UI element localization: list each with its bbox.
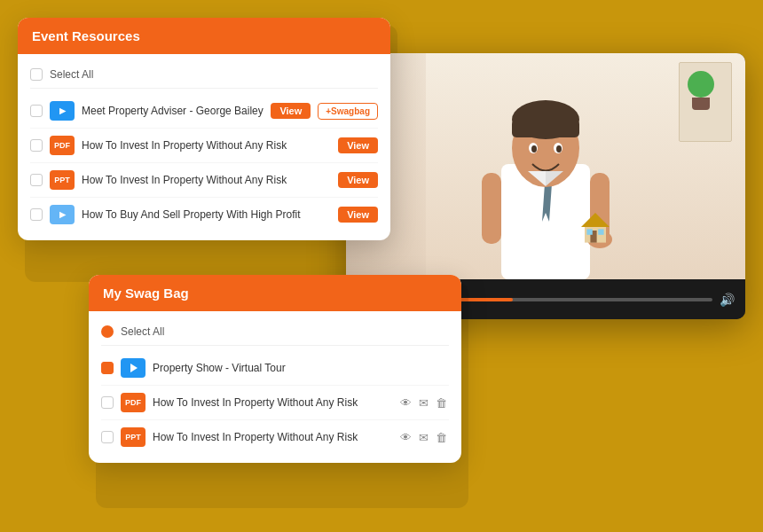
swagbag-actions-2: 👁 ✉ 🗑: [398, 396, 449, 410]
resource-checkbox-1[interactable]: [30, 105, 43, 117]
resource-row-3: PPT How To Invest In Property Without An…: [30, 163, 378, 198]
svg-point-7: [531, 145, 537, 153]
svg-rect-17: [586, 229, 592, 234]
svg-rect-18: [598, 229, 603, 234]
swagbag-item-title-2: How To Invest In Property Without Any Ri…: [153, 396, 391, 409]
swagbag-select-all-row[interactable]: Select All: [101, 320, 449, 346]
swagbag-checkbox-3[interactable]: [101, 431, 114, 443]
resource-type-icon-3: PPT: [50, 170, 75, 190]
volume-icon[interactable]: 🔊: [720, 293, 735, 307]
swagbag-type-icon-3: PPT: [121, 427, 146, 447]
resource-checkbox-4[interactable]: [30, 208, 43, 221]
resource-row-1: ▶ Meet Property Adviser - George Bailey …: [30, 94, 378, 129]
man-svg: [448, 75, 643, 279]
view-icon-3[interactable]: 👁: [398, 431, 413, 444]
swagbag-row-3: PPT How To Invest In Property Without An…: [101, 420, 449, 454]
event-resources-card: Event Resources Select All ▶ Meet Proper…: [18, 18, 390, 240]
swagbag-row-1: Property Show - Virtual Tour: [101, 351, 449, 386]
video-image: [346, 53, 745, 279]
man-container: [382, 66, 710, 279]
swagbag-item-title-1: Property Show - Virtual Tour: [153, 362, 449, 374]
event-resources-title: Event Resources: [32, 28, 140, 43]
resource-checkbox-2[interactable]: [30, 139, 43, 152]
resource-row-4: ▶ How To Buy And Sell Property With High…: [30, 198, 378, 231]
resource-checkbox-3[interactable]: [30, 174, 43, 186]
resource-type-icon-4: ▶: [50, 205, 75, 224]
swagbag-row-2: PDF How To Invest In Property Without An…: [101, 386, 449, 420]
resource-actions-4: View: [338, 207, 378, 223]
swagbag-select-all-label: Select All: [121, 325, 164, 338]
swagbag-body: Select All Property Show - Virtual Tour …: [89, 311, 461, 463]
resource-title-3: How To Invest In Property Without Any Ri…: [82, 174, 331, 186]
resource-title-4: How To Buy And Sell Property With High P…: [82, 208, 331, 221]
mail-icon-2[interactable]: ✉: [417, 396, 430, 410]
swagbag-actions-3: 👁 ✉ 🗑: [398, 431, 449, 444]
progress-bar[interactable]: [446, 298, 712, 301]
event-resources-body: Select All ▶ Meet Property Adviser - Geo…: [18, 54, 390, 240]
select-all-checkbox[interactable]: [30, 68, 43, 81]
view-button-2[interactable]: View: [338, 137, 378, 153]
view-icon-2[interactable]: 👁: [398, 396, 413, 410]
swagbag-checkbox-2[interactable]: [101, 396, 114, 409]
view-button-3[interactable]: View: [338, 172, 378, 188]
swagbag-title: My Swag Bag: [103, 286, 189, 301]
swagbag-button-1[interactable]: +Swagbag: [318, 103, 378, 120]
swagbag-header: My Swag Bag: [89, 275, 461, 311]
swagbag-select-all-indicator: [101, 325, 114, 338]
resource-title-2: How To Invest In Property Without Any Ri…: [82, 139, 331, 152]
resource-type-icon-1: ▶: [50, 101, 75, 121]
swagbag-item-title-3: How To Invest In Property Without Any Ri…: [153, 431, 391, 443]
svg-rect-4: [512, 120, 579, 137]
resource-title-1: Meet Property Adviser - George Bailey: [82, 105, 264, 117]
swagbag-card: My Swag Bag Select All Property Show - V…: [89, 275, 461, 463]
resource-actions-2: View: [338, 137, 378, 153]
resource-type-icon-2: PDF: [50, 136, 75, 155]
mail-icon-3[interactable]: ✉: [417, 431, 430, 444]
resource-row-2: PDF How To Invest In Property Without An…: [30, 129, 378, 163]
delete-icon-3[interactable]: 🗑: [434, 431, 449, 444]
svg-rect-13: [482, 173, 501, 244]
view-button-1[interactable]: View: [271, 103, 311, 119]
select-all-row[interactable]: Select All: [30, 63, 378, 89]
resource-actions-3: View: [338, 172, 378, 188]
resource-actions-1: View +Swagbag: [271, 103, 378, 120]
swagbag-type-icon-2: PDF: [121, 393, 146, 412]
swagbag-type-icon-1: [121, 358, 146, 378]
select-all-label: Select All: [50, 68, 93, 81]
view-button-4[interactable]: View: [338, 207, 378, 223]
delete-icon-2[interactable]: 🗑: [434, 396, 449, 410]
svg-point-8: [556, 145, 562, 153]
event-resources-header: Event Resources: [18, 18, 390, 54]
swagbag-checkbox-1[interactable]: [101, 362, 114, 374]
